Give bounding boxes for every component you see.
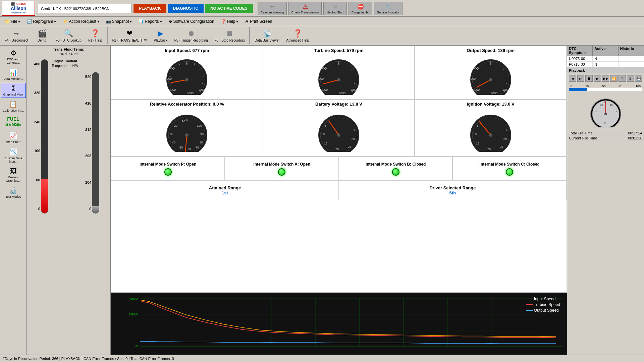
calibration-icon: 📋 [9, 100, 17, 108]
menu-print[interactable]: 🖨 Print Screen [242, 18, 275, 25]
indicator-neutral-start: ⚙ Neutral Start [323, 2, 347, 15]
gauges-grid: Input Speed: 677 rpm [111, 46, 567, 293]
playback-tool-icon: ▶ [158, 29, 163, 38]
tool-advanced-help[interactable]: ❓ Advanced Help [283, 28, 312, 43]
svg-text:2000: 2000 [128, 313, 138, 316]
svg-text:-15: -15 [599, 103, 603, 106]
no-active-button[interactable]: NO ACTIVE CODES [205, 4, 253, 13]
switch-a-led [278, 168, 285, 176]
strip-chart-icon: 📈 [9, 132, 17, 140]
pb-scale: 0 25 50 75 100 [569, 84, 642, 88]
diagnostic-button[interactable]: DIAGNOSTIC [168, 4, 204, 13]
dtc-historic-0 [619, 56, 644, 61]
pb-loop-button[interactable]: 🔁 [610, 75, 618, 82]
svg-text:20: 20 [174, 124, 177, 127]
menu-snapshot[interactable]: 📷 Snapshot ▾ [103, 18, 135, 25]
tool-transhealth[interactable]: ❤ F2 - TRANSHEALTH™ [109, 28, 150, 43]
current-file-time-label: Current File Time [569, 136, 597, 140]
pb-fast-forward-button[interactable]: ▶▶ [602, 75, 609, 82]
svg-text:0: 0 [186, 119, 188, 122]
svg-text:2000: 2000 [165, 77, 172, 80]
svg-text:10: 10 [182, 120, 185, 123]
input-speed-gauge-cell: Input Speed: 677 rpm [111, 46, 263, 100]
tool-trigger-recording[interactable]: ⏺ F5 - Trigger Recording [171, 28, 211, 43]
sidebar-item-strip-chart[interactable]: 📈 Strip Chart [1, 130, 26, 145]
engine-coolant-label: Engine Coolant [52, 59, 78, 63]
tool-help[interactable]: ❓ F1 - Help [85, 28, 105, 43]
sidebar-item-dtc[interactable]: ⚙ DTC and General... [1, 47, 26, 66]
sidebar-item-data-monitor[interactable]: 📊 Data Monitor... [1, 67, 26, 82]
indicator-label: Reverse Warning [261, 11, 284, 14]
help-icon: ❓ [221, 19, 226, 24]
trans-scale-labels: 400 320 240 160 80 0 [29, 59, 40, 214]
attained-range: Attained Range 1st [111, 180, 339, 200]
engine-coolant-reading: Temperature: N/A [52, 64, 78, 68]
sidebar-item-custom-data[interactable]: 📉 Custom Data Mon... [1, 146, 26, 165]
tool-stop-recording[interactable]: ⏹ F6 - Stop Recording [212, 28, 248, 43]
tool-f4-disconnect[interactable]: ↔ F4 - Disconnect [2, 28, 31, 43]
snapshot-icon: 📷 [106, 19, 111, 24]
pb-t-button[interactable]: T [619, 75, 626, 82]
engine-coolant-section: Engine Coolant Temperature: N/A [52, 59, 78, 212]
pb-play-button[interactable]: ▶ [594, 75, 601, 82]
menu-reprogram[interactable]: 🔄 Reprogram ▾ [24, 18, 59, 25]
pb-b-button[interactable]: B [627, 75, 634, 82]
menu-help[interactable]: ❓ Help ▾ [218, 18, 241, 25]
legend-output-speed-color [526, 310, 533, 311]
current-file-time-value: 00:01:36 [628, 136, 642, 140]
dtc-table: DTC-Symptom Active Historic U0073-00 N P… [567, 46, 644, 67]
menu-file[interactable]: 📁 File ▾ [2, 18, 23, 25]
svg-text:35: 35 [505, 128, 508, 132]
pb-pause-button[interactable]: ⏸ [585, 75, 593, 82]
pb-save-button[interactable]: 💾 [635, 75, 642, 82]
header-indicators: ⬅ Reverse Warning ⚠ Check Transmission ⚙… [258, 2, 402, 15]
dtc-lookup-icon: 🔍 [64, 29, 73, 38]
indicator-label: Range Inhibit [352, 11, 369, 14]
tool-demo[interactable]: 🎬 Demo [32, 28, 52, 43]
sidebar-item-calibration[interactable]: 📋 Calibration Inf... [1, 99, 26, 114]
playback-button[interactable]: PLAYBACK [133, 4, 166, 13]
sidebar: ⚙ DTC and General... 📊 Data Monitor... 🎛… [0, 46, 27, 355]
dtc-row-1: P0715-00 N [567, 62, 644, 67]
sidebar-item-graphical-view[interactable]: 🎛 Graphical View [1, 83, 26, 98]
dtc-col-symptom: DTC-Symptom [567, 46, 593, 56]
switch-p: Internal Mode Switch P: Open [111, 157, 225, 180]
pb-prev-button[interactable]: ⏭ [577, 75, 585, 82]
tool-playback[interactable]: ▶ Playback [151, 28, 171, 43]
tool-dtc-lookup[interactable]: 🔍 F3 - DTC Lookup [53, 28, 85, 43]
sidebar-item-custom-graphics[interactable]: 🖼 Custom Graphics... [1, 166, 26, 184]
dtc-col-active: Active [593, 46, 618, 56]
temp-gauges-area: Trans Fluid Temp: 104 °F / 40 °C 400 320… [27, 46, 111, 355]
tool-data-bus[interactable]: 📡 Data Bus Viewer [252, 28, 282, 43]
engine-coolant-fill [92, 206, 99, 213]
menu-software-config[interactable]: ⚙ Software Configuration [166, 18, 217, 25]
legend-input-speed: Input Speed [526, 297, 560, 301]
advanced-help-icon: ❓ [293, 29, 302, 38]
switch-c-led [506, 168, 513, 176]
svg-text:5000: 5000 [200, 88, 206, 92]
svg-text:25: 25 [348, 145, 351, 148]
indicator-label: Check Transmission [291, 11, 319, 14]
neutral-start-icon: ⚙ [330, 3, 340, 11]
indicator-label: Neutral Start [327, 11, 344, 14]
dtc-code-0: U0073-00 [567, 56, 593, 61]
playback-progress-bar[interactable] [569, 88, 642, 91]
config-icon: ⚙ [169, 19, 172, 24]
svg-text:5000: 5000 [352, 88, 358, 92]
menu-reports[interactable]: 📊 Reports ▾ [136, 18, 165, 25]
turbine-speed-title: Turbine Speed: 579 rpm [314, 48, 363, 53]
trans-fluid-label: Trans Fluid Temp: [29, 47, 109, 51]
sidebar-item-fuelsense[interactable]: FUELSENSE [1, 115, 26, 129]
header: ⬛ Allison Allison Transmission Gen6 1K/2… [0, 0, 644, 17]
pb-first-button[interactable]: ⏮ [569, 75, 576, 82]
menu-action-request[interactable]: ⚡ Action Request ▾ [60, 18, 102, 25]
allison-logo: ⬛ Allison Allison Transmission [2, 1, 35, 16]
dtc-code-1: P0715-00 [567, 62, 593, 67]
svg-text:4000: 4000 [339, 92, 345, 95]
trans-fluid-bar [41, 59, 48, 214]
sidebar-item-test-modes[interactable]: 🔬 Test Modes [1, 185, 26, 200]
playback-progress-fill [569, 88, 587, 91]
help-tool-icon: ❓ [91, 29, 100, 38]
chart-svg: 4000 2000 0 [112, 295, 565, 353]
dtc-active-0: N [593, 56, 618, 61]
